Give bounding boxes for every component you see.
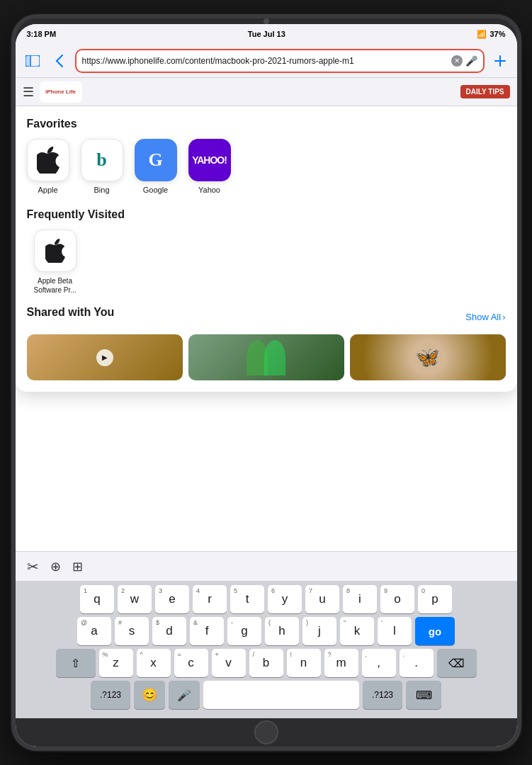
site-logo: iPhone Life	[40, 81, 82, 103]
paste-button[interactable]: ⊞	[72, 559, 83, 574]
key-g[interactable]: -g	[227, 617, 261, 645]
top-notch	[16, 18, 517, 24]
key-y[interactable]: 6y	[268, 585, 302, 613]
favorite-apple[interactable]: Apple	[27, 139, 69, 194]
google-label: Google	[143, 186, 168, 194]
shift-key[interactable]: ⇧	[56, 649, 96, 677]
key-r[interactable]: 4r	[193, 585, 227, 613]
key-x[interactable]: ^x	[137, 649, 171, 677]
key-p[interactable]: 0p	[418, 585, 452, 613]
key-i[interactable]: 8i	[343, 585, 377, 613]
bing-icon: b	[81, 139, 123, 181]
key-t[interactable]: 5t	[230, 585, 264, 613]
wifi-icon: 📶	[477, 30, 487, 39]
favorites-section-title: Favorites	[27, 118, 506, 130]
key-e[interactable]: 3e	[155, 585, 189, 613]
favorites-row: Apple b Bing G Google	[27, 139, 506, 194]
shared-row: ▶ 🦋	[27, 334, 506, 380]
back-button[interactable]	[48, 50, 71, 72]
frequently-visited-section: Frequently Visited Apple BetaSoftware Pr…	[27, 208, 506, 295]
key-b[interactable]: /b	[249, 649, 283, 677]
device-frame: 3:18 PM Tue Jul 13 📶 37%	[11, 14, 521, 751]
bing-label: Bing	[94, 186, 109, 194]
numbers-key[interactable]: .?123	[91, 681, 130, 709]
shared-title: Shared with You	[27, 306, 115, 319]
device-screen: 3:18 PM Tue Jul 13 📶 37%	[16, 24, 517, 747]
key-v[interactable]: +v	[212, 649, 246, 677]
keyboard-hide-key[interactable]: ⌨	[406, 681, 441, 709]
browser-toolbar: https://www.iphonelife.com/content/macbo…	[16, 44, 517, 78]
favorite-bing[interactable]: b Bing	[81, 139, 123, 194]
play-button-icon[interactable]: ▶	[96, 349, 113, 366]
key-a[interactable]: @a	[77, 617, 111, 645]
delete-key[interactable]: ⌫	[437, 649, 477, 677]
address-mic-icon[interactable]: 🎤	[465, 55, 477, 67]
status-date: Tue Jul 13	[248, 30, 285, 38]
key-j[interactable]: )j	[302, 617, 336, 645]
page-content: Ma Ma an Appl whil By Elis	[16, 106, 517, 551]
space-key[interactable]	[203, 681, 359, 709]
yahoo-icon: YAHOO!	[188, 139, 231, 181]
svg-rect-1	[26, 55, 30, 67]
shared-thumb-3[interactable]: 🦋	[350, 334, 506, 380]
freq-apple-label: Apple BetaSoftware Pr...	[33, 276, 76, 295]
frequently-visited-title: Frequently Visited	[27, 208, 506, 221]
address-clear-button[interactable]: ✕	[451, 55, 463, 67]
keyboard-row-4: .?123 😊 🎤 .?123 ⌨	[18, 681, 514, 709]
keyboard: 1q 2w 3e 4r 5t 6y 7u 8i 9o 0p @a #s $d &…	[16, 581, 517, 718]
address-text: https://www.iphonelife.com/content/macbo…	[82, 56, 448, 66]
key-o[interactable]: 9o	[380, 585, 414, 613]
shared-thumb-2[interactable]	[188, 334, 344, 380]
show-all-button[interactable]: Show All ›	[465, 312, 505, 322]
nav-bar: ☰ iPhone Life DAILY TIPS	[16, 78, 517, 106]
status-right: 📶 37%	[477, 30, 505, 39]
shared-header: Shared with You Show All ›	[27, 306, 506, 327]
scissors-button[interactable]: ✂	[27, 558, 39, 575]
key-f[interactable]: &f	[190, 617, 224, 645]
apple-label: Apple	[38, 186, 57, 194]
keyboard-row-2: @a #s $d &f -g (h )j "k 'l go	[18, 617, 514, 645]
key-s[interactable]: #s	[115, 617, 149, 645]
add-tab-button[interactable]	[489, 50, 511, 72]
emoji-key[interactable]: 😊	[134, 681, 165, 709]
status-bar: 3:18 PM Tue Jul 13 📶 37%	[16, 24, 517, 44]
google-icon: G	[135, 139, 177, 181]
shared-thumb-1[interactable]: ▶	[27, 334, 183, 380]
home-button-area	[16, 718, 517, 747]
key-u[interactable]: 7u	[305, 585, 339, 613]
key-q[interactable]: 1q	[80, 585, 114, 613]
mic-key[interactable]: 🎤	[169, 681, 200, 709]
shared-with-you-section: Shared with You Show All › ▶	[27, 306, 506, 380]
browser-dropdown: Favorites Apple b	[16, 106, 517, 392]
key-m[interactable]: ?m	[324, 649, 358, 677]
key-l[interactable]: 'l	[378, 617, 412, 645]
apple-icon	[27, 139, 69, 181]
favorite-google[interactable]: G Google	[135, 139, 177, 194]
status-time: 3:18 PM	[27, 30, 57, 38]
key-z[interactable]: %z	[99, 649, 133, 677]
key-c[interactable]: =c	[174, 649, 208, 677]
edit-toolbar: ✂ ⊕ ⊞	[16, 551, 517, 581]
menu-button[interactable]: ☰	[23, 84, 34, 100]
key-comma[interactable]: ,,	[362, 649, 396, 677]
key-n[interactable]: !n	[287, 649, 321, 677]
keyboard-row-1: 1q 2w 3e 4r 5t 6y 7u 8i 9o 0p	[18, 585, 514, 613]
daily-tips-button[interactable]: DAILY TIPS	[460, 85, 510, 98]
key-h[interactable]: (h	[265, 617, 299, 645]
key-w[interactable]: 2w	[118, 585, 152, 613]
battery-icon: 37%	[489, 30, 505, 38]
copy-button[interactable]: ⊕	[50, 559, 61, 574]
sidebar-toggle-button[interactable]	[21, 50, 44, 72]
home-circle[interactable]	[254, 720, 278, 744]
key-period[interactable]: ..	[400, 649, 434, 677]
go-button[interactable]: go	[415, 617, 455, 645]
favorite-yahoo[interactable]: YAHOO! Yahoo	[188, 139, 231, 194]
numbers-right-key[interactable]: .?123	[363, 681, 402, 709]
key-k[interactable]: "k	[340, 617, 374, 645]
frequently-visited-apple[interactable]: Apple BetaSoftware Pr...	[27, 230, 84, 295]
moth-image: 🦋	[350, 334, 506, 380]
key-d[interactable]: $d	[152, 617, 186, 645]
keyboard-row-3: ⇧ %z ^x =c +v /b !n ?m ,, .. ⌫	[18, 649, 514, 677]
address-bar[interactable]: https://www.iphonelife.com/content/macbo…	[75, 49, 485, 73]
yahoo-label: Yahoo	[198, 186, 220, 194]
